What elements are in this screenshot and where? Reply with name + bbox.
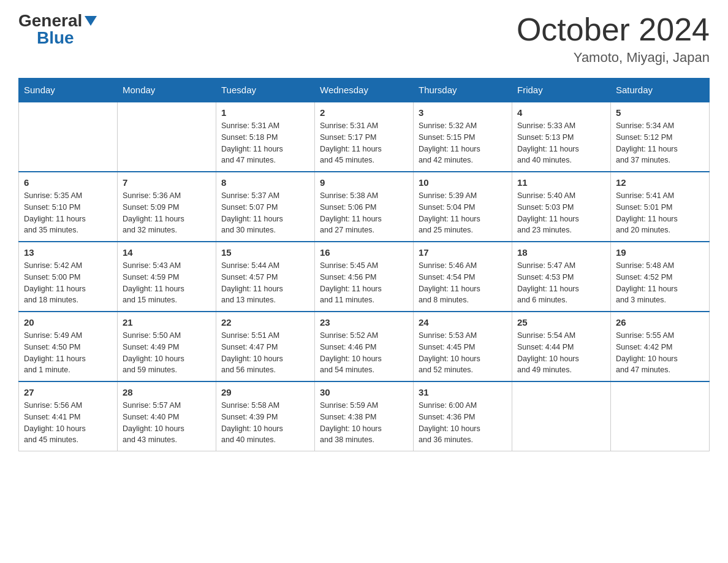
logo-general: General bbox=[18, 12, 82, 29]
day-cell bbox=[118, 102, 216, 172]
day-number: 30 bbox=[320, 387, 408, 397]
day-cell: 2Sunrise: 5:31 AMSunset: 5:17 PMDaylight… bbox=[315, 102, 414, 172]
day-number: 4 bbox=[517, 107, 605, 118]
day-info: Sunrise: 5:53 AMSunset: 4:45 PMDaylight:… bbox=[419, 330, 507, 376]
day-info: Sunrise: 5:54 AMSunset: 4:44 PMDaylight:… bbox=[517, 330, 605, 376]
day-cell bbox=[19, 102, 118, 172]
day-cell: 25Sunrise: 5:54 AMSunset: 4:44 PMDayligh… bbox=[512, 312, 611, 381]
day-number: 1 bbox=[221, 107, 309, 118]
day-number: 7 bbox=[123, 177, 211, 188]
day-info: Sunrise: 5:45 AMSunset: 4:56 PMDaylight:… bbox=[320, 260, 408, 306]
day-cell: 20Sunrise: 5:49 AMSunset: 4:50 PMDayligh… bbox=[19, 312, 118, 381]
day-info: Sunrise: 5:59 AMSunset: 4:38 PMDaylight:… bbox=[320, 400, 408, 446]
calendar-body: 1Sunrise: 5:31 AMSunset: 5:18 PMDaylight… bbox=[19, 102, 710, 451]
day-info: Sunrise: 5:47 AMSunset: 4:53 PMDaylight:… bbox=[517, 260, 605, 306]
header-cell-tuesday: Tuesday bbox=[216, 79, 315, 102]
header-row: SundayMondayTuesdayWednesdayThursdayFrid… bbox=[19, 79, 710, 102]
day-info: Sunrise: 5:58 AMSunset: 4:39 PMDaylight:… bbox=[221, 400, 309, 446]
day-info: Sunrise: 5:37 AMSunset: 5:07 PMDaylight:… bbox=[221, 190, 309, 236]
week-row-4: 20Sunrise: 5:49 AMSunset: 4:50 PMDayligh… bbox=[19, 312, 710, 381]
day-number: 25 bbox=[517, 317, 605, 327]
day-info: Sunrise: 5:42 AMSunset: 5:00 PMDaylight:… bbox=[24, 260, 112, 306]
day-cell bbox=[512, 381, 611, 451]
day-cell: 8Sunrise: 5:37 AMSunset: 5:07 PMDaylight… bbox=[216, 172, 315, 242]
day-number: 27 bbox=[24, 387, 112, 397]
header-cell-friday: Friday bbox=[512, 79, 611, 102]
day-cell: 27Sunrise: 5:56 AMSunset: 4:41 PMDayligh… bbox=[19, 381, 118, 451]
day-cell: 3Sunrise: 5:32 AMSunset: 5:15 PMDaylight… bbox=[414, 102, 512, 172]
day-number: 20 bbox=[24, 317, 112, 327]
day-number: 15 bbox=[221, 247, 309, 258]
day-number: 9 bbox=[320, 177, 408, 188]
day-info: Sunrise: 5:46 AMSunset: 4:54 PMDaylight:… bbox=[419, 260, 507, 306]
day-number: 17 bbox=[419, 247, 507, 258]
day-number: 18 bbox=[517, 247, 605, 258]
week-row-3: 13Sunrise: 5:42 AMSunset: 5:00 PMDayligh… bbox=[19, 242, 710, 312]
header-cell-wednesday: Wednesday bbox=[315, 79, 414, 102]
day-info: Sunrise: 5:43 AMSunset: 4:59 PMDaylight:… bbox=[123, 260, 211, 306]
header-cell-saturday: Saturday bbox=[611, 79, 710, 102]
day-cell: 15Sunrise: 5:44 AMSunset: 4:57 PMDayligh… bbox=[216, 242, 315, 312]
day-cell: 18Sunrise: 5:47 AMSunset: 4:53 PMDayligh… bbox=[512, 242, 611, 312]
header-cell-thursday: Thursday bbox=[414, 79, 512, 102]
day-number: 11 bbox=[517, 177, 605, 188]
day-info: Sunrise: 5:39 AMSunset: 5:04 PMDaylight:… bbox=[419, 190, 507, 236]
day-info: Sunrise: 5:57 AMSunset: 4:40 PMDaylight:… bbox=[123, 400, 211, 446]
week-row-5: 27Sunrise: 5:56 AMSunset: 4:41 PMDayligh… bbox=[19, 381, 710, 451]
day-cell: 24Sunrise: 5:53 AMSunset: 4:45 PMDayligh… bbox=[414, 312, 512, 381]
day-number: 2 bbox=[320, 107, 408, 118]
day-cell: 9Sunrise: 5:38 AMSunset: 5:06 PMDaylight… bbox=[315, 172, 414, 242]
day-info: Sunrise: 5:41 AMSunset: 5:01 PMDaylight:… bbox=[616, 190, 704, 236]
day-info: Sunrise: 5:33 AMSunset: 5:13 PMDaylight:… bbox=[517, 120, 605, 166]
day-cell: 19Sunrise: 5:48 AMSunset: 4:52 PMDayligh… bbox=[611, 242, 710, 312]
day-info: Sunrise: 5:48 AMSunset: 4:52 PMDaylight:… bbox=[616, 260, 704, 306]
header-cell-monday: Monday bbox=[118, 79, 216, 102]
day-cell: 1Sunrise: 5:31 AMSunset: 5:18 PMDaylight… bbox=[216, 102, 315, 172]
day-info: Sunrise: 5:32 AMSunset: 5:15 PMDaylight:… bbox=[419, 120, 507, 166]
day-number: 3 bbox=[419, 107, 507, 118]
day-info: Sunrise: 5:50 AMSunset: 4:49 PMDaylight:… bbox=[123, 330, 211, 376]
day-info: Sunrise: 5:56 AMSunset: 4:41 PMDaylight:… bbox=[24, 400, 112, 446]
day-number: 5 bbox=[616, 107, 704, 118]
day-info: Sunrise: 5:55 AMSunset: 4:42 PMDaylight:… bbox=[616, 330, 704, 376]
day-number: 24 bbox=[419, 317, 507, 327]
day-number: 31 bbox=[419, 387, 507, 397]
day-number: 23 bbox=[320, 317, 408, 327]
day-cell: 14Sunrise: 5:43 AMSunset: 4:59 PMDayligh… bbox=[118, 242, 216, 312]
day-cell: 4Sunrise: 5:33 AMSunset: 5:13 PMDaylight… bbox=[512, 102, 611, 172]
day-cell: 13Sunrise: 5:42 AMSunset: 5:00 PMDayligh… bbox=[19, 242, 118, 312]
day-number: 13 bbox=[24, 247, 112, 258]
day-cell: 10Sunrise: 5:39 AMSunset: 5:04 PMDayligh… bbox=[414, 172, 512, 242]
day-cell: 23Sunrise: 5:52 AMSunset: 4:46 PMDayligh… bbox=[315, 312, 414, 381]
day-info: Sunrise: 6:00 AMSunset: 4:36 PMDaylight:… bbox=[419, 400, 507, 446]
day-info: Sunrise: 5:49 AMSunset: 4:50 PMDaylight:… bbox=[24, 330, 112, 376]
day-number: 6 bbox=[24, 177, 112, 188]
day-number: 21 bbox=[123, 317, 211, 327]
day-cell: 16Sunrise: 5:45 AMSunset: 4:56 PMDayligh… bbox=[315, 242, 414, 312]
day-number: 22 bbox=[221, 317, 309, 327]
day-info: Sunrise: 5:52 AMSunset: 4:46 PMDaylight:… bbox=[320, 330, 408, 376]
day-number: 28 bbox=[123, 387, 211, 397]
logo: General Blue bbox=[18, 12, 97, 47]
day-cell: 28Sunrise: 5:57 AMSunset: 4:40 PMDayligh… bbox=[118, 381, 216, 451]
calendar-title: October 2024 bbox=[517, 12, 710, 47]
day-cell: 11Sunrise: 5:40 AMSunset: 5:03 PMDayligh… bbox=[512, 172, 611, 242]
day-number: 26 bbox=[616, 317, 704, 327]
header-cell-sunday: Sunday bbox=[19, 79, 118, 102]
calendar-header: SundayMondayTuesdayWednesdayThursdayFrid… bbox=[19, 79, 710, 102]
day-cell: 12Sunrise: 5:41 AMSunset: 5:01 PMDayligh… bbox=[611, 172, 710, 242]
day-info: Sunrise: 5:38 AMSunset: 5:06 PMDaylight:… bbox=[320, 190, 408, 236]
day-number: 12 bbox=[616, 177, 704, 188]
day-cell: 17Sunrise: 5:46 AMSunset: 4:54 PMDayligh… bbox=[414, 242, 512, 312]
day-cell bbox=[611, 381, 710, 451]
day-number: 16 bbox=[320, 247, 408, 258]
day-number: 19 bbox=[616, 247, 704, 258]
day-info: Sunrise: 5:51 AMSunset: 4:47 PMDaylight:… bbox=[221, 330, 309, 376]
logo-blue: Blue bbox=[37, 29, 74, 47]
day-info: Sunrise: 5:34 AMSunset: 5:12 PMDaylight:… bbox=[616, 120, 704, 166]
day-cell: 5Sunrise: 5:34 AMSunset: 5:12 PMDaylight… bbox=[611, 102, 710, 172]
day-cell: 21Sunrise: 5:50 AMSunset: 4:49 PMDayligh… bbox=[118, 312, 216, 381]
calendar-table: SundayMondayTuesdayWednesdayThursdayFrid… bbox=[18, 78, 710, 451]
day-info: Sunrise: 5:31 AMSunset: 5:18 PMDaylight:… bbox=[221, 120, 309, 166]
logo-triangle-icon bbox=[85, 16, 97, 26]
